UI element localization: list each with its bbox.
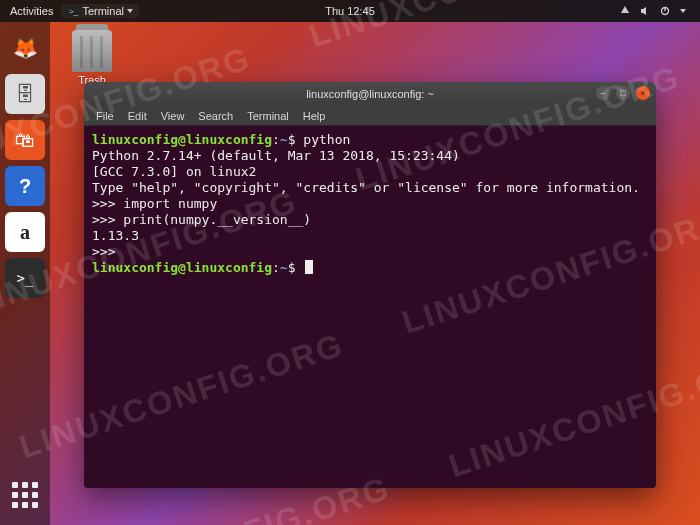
terminal-body[interactable]: linuxconfig@linuxconfig:~$ python Python… <box>84 126 656 488</box>
dock-item-amazon[interactable]: a <box>5 212 45 252</box>
activities-button[interactable]: Activities <box>10 5 53 17</box>
menu-view[interactable]: View <box>155 108 191 124</box>
network-icon <box>620 6 630 16</box>
terminal-output: 1.13.3 <box>92 228 139 243</box>
dock-item-help[interactable]: ? <box>5 166 45 206</box>
window-titlebar[interactable]: linuxconfig@linuxconfig: ~ – □ × <box>84 82 656 106</box>
help-icon: ? <box>19 175 31 198</box>
dock-item-terminal[interactable]: >_ <box>5 258 45 298</box>
window-minimize-button[interactable]: – <box>596 86 610 100</box>
maximize-icon: □ <box>620 88 625 98</box>
terminal-input: print(numpy.__version__) <box>123 212 311 227</box>
dock-item-files[interactable]: 🗄 <box>5 74 45 114</box>
terminal-icon: >_ <box>17 270 34 286</box>
dock: 🦊 🗄 🛍 ? a >_ <box>0 22 50 525</box>
minimize-icon: – <box>600 88 605 98</box>
terminal-output: >>> <box>92 212 123 227</box>
svg-text:>_: >_ <box>69 7 79 16</box>
system-status-area[interactable] <box>620 6 700 16</box>
terminal-output: [GCC 7.3.0] on linux2 <box>92 164 256 179</box>
app-menu[interactable]: >_ Terminal <box>61 4 139 18</box>
prompt-path: ~ <box>280 260 288 275</box>
menu-terminal[interactable]: Terminal <box>241 108 295 124</box>
prompt-user: linuxconfig@linuxconfig <box>92 260 272 275</box>
menu-edit[interactable]: Edit <box>122 108 153 124</box>
window-menubar: File Edit View Search Terminal Help <box>84 106 656 126</box>
menu-file[interactable]: File <box>90 108 120 124</box>
window-maximize-button[interactable]: □ <box>616 86 630 100</box>
terminal-output: >>> <box>92 196 123 211</box>
menu-help[interactable]: Help <box>297 108 332 124</box>
power-icon <box>660 6 670 16</box>
window-close-button[interactable]: × <box>636 86 650 100</box>
chevron-down-icon <box>680 9 686 13</box>
desktop-icon-trash[interactable]: Trash <box>62 30 122 86</box>
terminal-icon: >_ <box>67 5 79 17</box>
prompt-path: ~ <box>280 132 288 147</box>
terminal-input: import numpy <box>123 196 217 211</box>
software-icon: 🛍 <box>15 129 35 152</box>
volume-icon <box>640 6 650 16</box>
terminal-output: Type "help", "copyright", "credits" or "… <box>92 180 640 195</box>
window-title: linuxconfig@linuxconfig: ~ <box>306 88 434 100</box>
menu-search[interactable]: Search <box>192 108 239 124</box>
files-icon: 🗄 <box>15 83 35 106</box>
terminal-window: linuxconfig@linuxconfig: ~ – □ × File Ed… <box>84 82 656 488</box>
dock-item-firefox[interactable]: 🦊 <box>5 28 45 68</box>
dock-item-software[interactable]: 🛍 <box>5 120 45 160</box>
close-icon: × <box>640 88 645 98</box>
show-applications-button[interactable] <box>5 475 45 515</box>
trash-icon <box>72 30 112 72</box>
app-menu-label: Terminal <box>82 5 124 17</box>
amazon-icon: a <box>20 221 30 244</box>
terminal-output: Python 2.7.14+ (default, Mar 13 2018, 15… <box>92 148 460 163</box>
top-bar: Activities >_ Terminal Thu 12:45 <box>0 0 700 22</box>
terminal-cmd: python <box>303 132 350 147</box>
terminal-output: >>> <box>92 244 115 259</box>
clock[interactable]: Thu 12:45 <box>325 5 375 17</box>
firefox-icon: 🦊 <box>13 36 38 60</box>
cursor <box>305 260 313 274</box>
chevron-down-icon <box>127 9 133 13</box>
prompt-user: linuxconfig@linuxconfig <box>92 132 272 147</box>
